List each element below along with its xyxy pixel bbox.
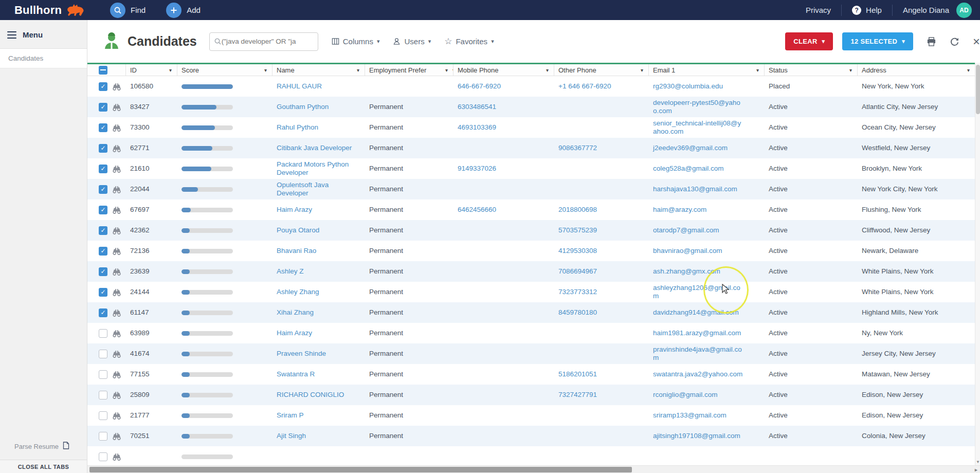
scroll-down-icon[interactable]: ▼ xyxy=(976,460,980,464)
selected-button[interactable]: 12 SELECTED ▾ xyxy=(842,32,913,50)
email-link[interactable]: otarodp7@gmail.com xyxy=(653,226,719,234)
row-checkbox[interactable]: ✓ xyxy=(99,82,107,91)
close-all-tabs-button[interactable]: CLOSE ALL TABS xyxy=(0,460,87,473)
email-link[interactable]: j2eedev369@gmail.com xyxy=(653,144,728,152)
table-row[interactable]: ✓ 42362 Pouya Otarod Permanent 570357523… xyxy=(87,220,975,241)
other-phone-link[interactable]: 4129530308 xyxy=(558,247,597,254)
email-link[interactable]: ajitsingh197108@gmail.com xyxy=(653,432,740,440)
privacy-link[interactable]: Privacy xyxy=(806,6,831,14)
row-checkbox[interactable] xyxy=(99,432,107,441)
other-phone-link[interactable]: 7327427791 xyxy=(558,391,597,398)
other-phone-link[interactable]: +1 646 667-6920 xyxy=(558,82,611,90)
vertical-scrollbar[interactable]: ▼ xyxy=(975,63,980,465)
mobile-phone-link[interactable]: 9149337026 xyxy=(458,165,496,172)
row-checkbox[interactable]: ✓ xyxy=(99,206,107,214)
email-link[interactable]: davidzhang914@gmail.com xyxy=(653,308,739,316)
column-header-address[interactable]: Address▾ xyxy=(858,64,975,76)
row-checkbox[interactable]: ✓ xyxy=(99,123,107,132)
table-row[interactable]: ✓ 106580 RAHUL GAUR 646-667-6920 +1 646 … xyxy=(87,76,975,97)
mobile-phone-link[interactable]: 6303486541 xyxy=(458,103,496,111)
table-row[interactable]: ✓ 21610 Packard Motors Python Developer … xyxy=(87,158,975,179)
row-checkbox[interactable]: ✓ xyxy=(99,185,107,194)
table-row[interactable]: ✓ 83427 Goutham Python Permanent 6303486… xyxy=(87,97,975,117)
binoculars-preview-icon[interactable] xyxy=(112,144,121,152)
row-checkbox[interactable] xyxy=(99,370,107,379)
column-header-email[interactable]: Email 1▾ xyxy=(649,64,765,76)
candidate-name-link[interactable]: Haim Arazy xyxy=(277,329,312,337)
binoculars-preview-icon[interactable] xyxy=(112,103,121,111)
columns-dropdown[interactable]: Columns ▾ xyxy=(332,37,380,46)
row-checkbox[interactable]: ✓ xyxy=(99,103,107,112)
row-checkbox[interactable]: ✓ xyxy=(99,165,107,173)
find-button[interactable]: Find xyxy=(110,3,146,18)
email-link[interactable]: haim1981.arazy@gmail.com xyxy=(653,329,741,337)
user-menu[interactable]: Angelo Diana AD xyxy=(903,3,972,18)
table-row[interactable]: 21777 Sriram P Permanent sriramp133@gmai… xyxy=(87,405,975,426)
row-checkbox[interactable]: ✓ xyxy=(99,144,107,153)
candidate-name-link[interactable]: Opulentsoft Java Developer xyxy=(277,181,329,197)
candidate-name-link[interactable]: Rahul Python xyxy=(277,123,318,131)
other-phone-link[interactable]: 7086694967 xyxy=(558,267,597,275)
mobile-phone-link[interactable]: 646-667-6920 xyxy=(458,82,501,90)
binoculars-preview-icon[interactable] xyxy=(112,453,121,461)
horizontal-scrollbar-thumb[interactable] xyxy=(89,467,632,472)
print-button[interactable] xyxy=(927,37,936,46)
table-row[interactable]: ✓ 24144 Ashley Zhang Permanent 732377331… xyxy=(87,282,975,302)
users-dropdown[interactable]: Users ▾ xyxy=(393,37,431,46)
candidate-name-link[interactable]: RICHARD CONIGLIO xyxy=(277,391,344,398)
binoculars-preview-icon[interactable] xyxy=(112,371,121,378)
candidate-name-link[interactable]: Xihai Zhang xyxy=(277,308,314,316)
candidate-name-link[interactable]: Bhavani Rao xyxy=(277,247,316,254)
mobile-phone-link[interactable]: 6462456660 xyxy=(458,206,496,213)
binoculars-preview-icon[interactable] xyxy=(112,165,121,173)
horizontal-scrollbar[interactable]: ► xyxy=(87,465,980,473)
candidate-name-link[interactable]: Goutham Python xyxy=(277,103,329,111)
candidate-name-link[interactable]: RAHUL GAUR xyxy=(277,82,322,90)
table-row[interactable]: 63989 Haim Arazy Permanent haim1981.araz… xyxy=(87,323,975,343)
column-header-id[interactable]: ID▾ xyxy=(126,64,177,76)
candidate-name-link[interactable]: Praveen Shinde xyxy=(277,350,326,357)
select-all-checkbox[interactable] xyxy=(99,66,107,75)
email-link[interactable]: bhavnirao@gmail.com xyxy=(653,247,722,254)
row-checkbox[interactable] xyxy=(99,452,107,461)
binoculars-preview-icon[interactable] xyxy=(112,124,121,132)
parse-resume-link[interactable]: Parse Resume xyxy=(0,442,87,451)
table-row[interactable]: ✓ 22044 Opulentsoft Java Developer Perma… xyxy=(87,179,975,199)
binoculars-preview-icon[interactable] xyxy=(112,391,121,399)
menu-toggle[interactable]: Menu xyxy=(0,20,87,49)
column-header-mobile-phone[interactable]: Mobile Phone▾ xyxy=(453,64,554,76)
clear-button[interactable]: CLEAR ▾ xyxy=(785,32,833,50)
table-row[interactable]: 77155 Swatantra R Permanent 5186201051 s… xyxy=(87,364,975,385)
other-phone-link[interactable]: 7323773312 xyxy=(558,288,597,296)
candidate-name-link[interactable]: Haim Arazy xyxy=(277,206,312,213)
row-checkbox[interactable] xyxy=(99,350,107,358)
candidate-name-link[interactable]: Ashley Zhang xyxy=(277,288,319,296)
row-checkbox[interactable] xyxy=(99,411,107,420)
candidate-name-link[interactable]: Pouya Otarod xyxy=(277,226,319,234)
candidate-name-link[interactable]: Ashley Z xyxy=(277,267,304,275)
other-phone-link[interactable]: 2018800698 xyxy=(558,206,597,213)
other-phone-link[interactable]: 8459780180 xyxy=(558,308,597,316)
candidate-name-link[interactable]: Sriram P xyxy=(277,411,304,419)
row-checkbox[interactable]: ✓ xyxy=(99,267,107,276)
table-row[interactable]: ✓ 67697 Haim Arazy Permanent 6462456660 … xyxy=(87,199,975,220)
email-link[interactable]: pravinshinde4java@gmail.com xyxy=(653,345,742,361)
table-row[interactable]: ✓ 72136 Bhavani Rao Permanent 4129530308… xyxy=(87,241,975,261)
binoculars-preview-icon[interactable] xyxy=(112,412,121,420)
binoculars-preview-icon[interactable] xyxy=(112,206,121,214)
table-row[interactable]: ✓ 62771 Citibank Java Developer Permanen… xyxy=(87,138,975,158)
table-row[interactable]: 25809 RICHARD CONIGLIO Permanent 7327427… xyxy=(87,385,975,405)
add-button[interactable]: Add xyxy=(166,3,201,18)
email-link[interactable]: swatantra.java2@yahoo.com xyxy=(653,370,742,378)
email-link[interactable]: developeerr-pytest50@yahoo.com xyxy=(653,99,740,115)
binoculars-preview-icon[interactable] xyxy=(112,83,121,90)
row-checkbox[interactable] xyxy=(99,329,107,338)
scroll-right-icon[interactable]: ► xyxy=(974,467,978,472)
sidebar-item-candidates[interactable]: Candidates xyxy=(0,49,87,68)
help-button[interactable]: ? Help xyxy=(852,6,882,15)
table-row[interactable] xyxy=(87,446,975,465)
column-header-status[interactable]: Status▾ xyxy=(765,64,858,76)
other-phone-link[interactable]: 9086367772 xyxy=(558,144,597,152)
candidate-name-link[interactable]: Ajit Singh xyxy=(277,432,306,440)
vertical-scrollbar-thumb[interactable] xyxy=(976,65,980,114)
